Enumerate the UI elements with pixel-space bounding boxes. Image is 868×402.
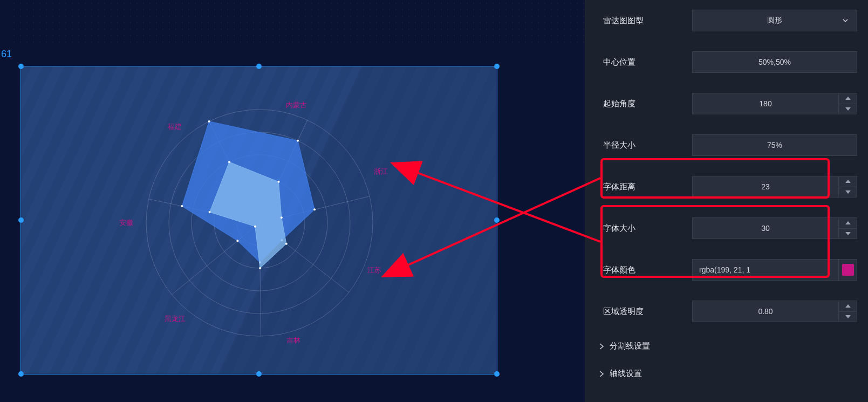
spin-up-button[interactable]: [839, 176, 857, 187]
spin-down-button[interactable]: [839, 187, 857, 197]
radar-label: 吉林: [286, 336, 300, 345]
spin-font-gap[interactable]: 23: [692, 176, 857, 197]
label-radius: 半径大小: [603, 140, 692, 151]
svg-point-17: [181, 205, 183, 207]
label-font-size: 字体大小: [603, 223, 692, 234]
radar-label: 安徽: [119, 218, 133, 228]
chevron-down-icon: [842, 17, 849, 24]
spin-font-size[interactable]: 30: [692, 217, 857, 239]
label-area-opacity: 区域透明度: [603, 306, 692, 317]
spin-down-button[interactable]: [839, 104, 857, 114]
select-chart-shape[interactable]: 圆形: [692, 10, 857, 31]
svg-point-16: [236, 240, 238, 242]
row-font-color: 字体颜色 rgba(199, 21, 1: [585, 249, 868, 291]
label-font-gap: 字体距离: [603, 182, 692, 192]
input-value: 50%,50%: [758, 58, 791, 66]
spin-up-button[interactable]: [839, 301, 857, 312]
section-split-line[interactable]: 分割线设置: [585, 332, 868, 360]
radar-label: 江苏: [367, 265, 381, 275]
svg-point-25: [228, 161, 230, 163]
color-input-font-color[interactable]: rgba(199, 21, 1: [692, 259, 857, 281]
chevron-right-icon: [596, 343, 607, 350]
svg-point-22: [259, 267, 261, 269]
input-value: 75%: [767, 141, 782, 149]
svg-point-12: [297, 140, 299, 142]
chevron-right-icon: [596, 371, 607, 377]
color-value[interactable]: rgba(199, 21, 1: [692, 259, 839, 281]
color-swatch-button[interactable]: [839, 259, 857, 281]
resize-handle-ne[interactable]: [494, 64, 500, 69]
svg-point-23: [254, 226, 256, 228]
spin-start-angle[interactable]: 180: [692, 93, 857, 114]
radar-label: 福建: [168, 122, 182, 132]
spin-value[interactable]: 0.80: [692, 301, 839, 322]
label-chart-shape: 雷达图图型: [603, 16, 692, 26]
selection-frame[interactable]: 内蒙古 浙江 江苏 吉林 黑龙江 安徽 福建: [20, 66, 497, 374]
svg-point-13: [313, 208, 316, 210]
spin-up-button[interactable]: [839, 93, 857, 104]
row-area-opacity: 区域透明度 0.80: [585, 291, 868, 332]
resize-handle-se[interactable]: [494, 371, 500, 377]
label-center: 中心位置: [603, 57, 692, 67]
spin-area-opacity[interactable]: 0.80: [692, 301, 857, 322]
radar-label: 浙江: [374, 167, 388, 176]
section-axis-line[interactable]: 轴线设置: [585, 360, 868, 387]
row-font-gap: 字体距离 23: [585, 166, 868, 208]
radar-label: 内蒙古: [286, 100, 307, 110]
grid-dots: [11, 0, 585, 43]
resize-handle-s[interactable]: [256, 371, 262, 377]
resize-handle-n[interactable]: [256, 64, 262, 69]
radar-label: 黑龙江: [165, 314, 186, 324]
svg-point-19: [277, 181, 279, 183]
svg-point-20: [281, 216, 283, 219]
select-value: 圆形: [767, 16, 782, 25]
input-center[interactable]: 50%,50%: [692, 51, 857, 73]
y-coordinate-tag: 61: [1, 49, 12, 60]
canvas-area[interactable]: 61 内蒙古 浙江 江苏 吉林 黑龙江 安徽 福建: [0, 0, 585, 402]
row-radius: 半径大小 75%: [585, 125, 868, 166]
label-font-color: 字体颜色: [603, 265, 692, 275]
input-radius[interactable]: 75%: [692, 134, 857, 156]
label-start-angle: 起始角度: [603, 99, 692, 109]
section-label: 轴线设置: [610, 369, 642, 379]
spin-up-button[interactable]: [839, 218, 857, 229]
radar-chart: [21, 66, 498, 375]
resize-handle-nw[interactable]: [18, 64, 24, 69]
row-chart-shape: 雷达图图型 圆形: [585, 0, 868, 42]
color-chip: [842, 264, 854, 276]
spin-value[interactable]: 30: [692, 217, 839, 239]
spin-down-button[interactable]: [839, 312, 857, 322]
spin-down-button[interactable]: [839, 229, 857, 239]
resize-handle-sw[interactable]: [18, 371, 24, 377]
resize-handle-e[interactable]: [494, 217, 500, 223]
row-start-angle: 起始角度 180: [585, 83, 868, 125]
properties-panel: 雷达图图型 圆形 中心位置 50%,50% 起始角度 180: [585, 0, 868, 402]
svg-point-21: [285, 243, 288, 245]
svg-point-24: [209, 211, 211, 213]
row-center: 中心位置 50%,50%: [585, 42, 868, 83]
row-font-size: 字体大小 30: [585, 208, 868, 249]
section-label: 分割线设置: [610, 341, 650, 351]
spin-value[interactable]: 180: [692, 93, 839, 114]
svg-point-18: [208, 120, 210, 122]
resize-handle-w[interactable]: [18, 217, 24, 223]
spin-value[interactable]: 23: [692, 176, 839, 197]
